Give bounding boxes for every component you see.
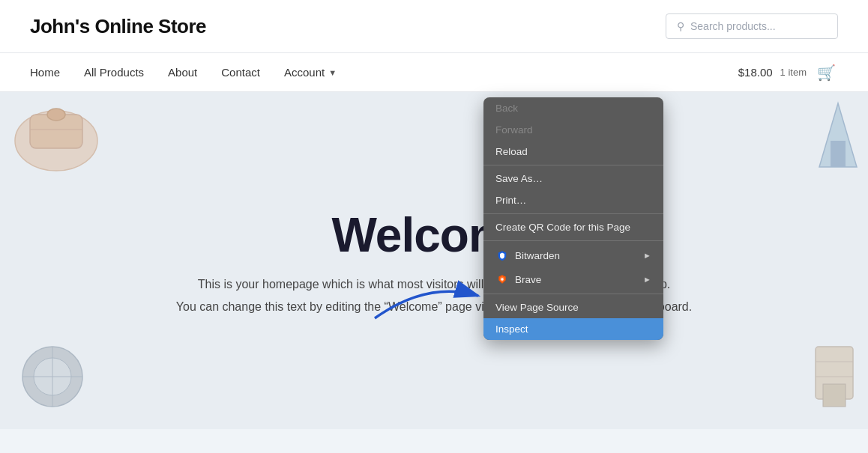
nav-item-home[interactable]: Home — [30, 54, 60, 91]
cart-count: 1 item — [780, 67, 807, 78]
qr-code-label: Create QR Code for this Page — [495, 222, 630, 233]
context-menu: Back Forward Reload Save As… Print… Crea… — [483, 97, 663, 340]
print-label: Print… — [495, 195, 526, 206]
svg-rect-13 — [823, 384, 846, 407]
context-menu-back[interactable]: Back — [483, 97, 663, 119]
cart-price: $18.00 — [738, 66, 773, 79]
save-as-label: Save As… — [495, 173, 543, 184]
nav: Home All Products About Contact Account … — [0, 53, 868, 92]
context-menu-brave[interactable]: Brave ► — [483, 267, 663, 291]
header: John's Online Store ⚲ Search products... — [0, 0, 868, 53]
nav-cart: $18.00 1 item 🛒 — [738, 62, 838, 83]
context-menu-qr-code[interactable]: Create QR Code for this Page — [483, 216, 663, 238]
svg-point-3 — [47, 109, 65, 121]
nav-item-about[interactable]: About — [168, 54, 197, 91]
bitwarden-label: Bitwarden — [515, 250, 560, 261]
back-label: Back — [495, 103, 518, 114]
svg-point-16 — [501, 278, 504, 281]
chevron-down-icon: ▼ — [328, 68, 337, 77]
decoration-top-right — [816, 100, 861, 174]
bitwarden-submenu-arrow: ► — [643, 251, 651, 260]
context-menu-save-as[interactable]: Save As… — [483, 168, 663, 189]
forward-label: Forward — [495, 124, 533, 136]
search-placeholder: Search products... — [690, 20, 776, 32]
inspect-label: Inspect — [495, 323, 528, 335]
decoration-bottom-right — [808, 339, 861, 422]
decoration-bottom-left — [15, 339, 112, 422]
site-title: John's Online Store — [30, 15, 206, 38]
cart-icon[interactable]: 🛒 — [814, 62, 838, 83]
view-source-label: View Page Source — [495, 302, 579, 313]
separator-2 — [483, 213, 663, 214]
context-menu-forward[interactable]: Forward — [483, 119, 663, 141]
separator-4 — [483, 294, 663, 294]
context-menu-print[interactable]: Print… — [483, 189, 663, 211]
main-content: Welcome This is your homepage which is w… — [0, 92, 868, 429]
context-menu-bitwarden[interactable]: Bitwarden ► — [483, 243, 663, 267]
context-menu-reload[interactable]: Reload — [483, 141, 663, 162]
separator-3 — [483, 240, 663, 241]
reload-label: Reload — [495, 146, 528, 157]
nav-item-contact[interactable]: Contact — [221, 54, 260, 91]
brave-submenu-arrow: ► — [643, 275, 651, 284]
search-box[interactable]: ⚲ Search products... — [666, 13, 838, 39]
svg-rect-5 — [831, 141, 846, 167]
account-label: Account — [284, 66, 325, 79]
context-menu-inspect[interactable]: Inspect — [483, 318, 663, 340]
bitwarden-icon — [495, 249, 509, 262]
brave-icon — [495, 273, 509, 286]
nav-item-all-products[interactable]: All Products — [84, 54, 144, 91]
search-icon: ⚲ — [677, 20, 684, 32]
nav-item-account[interactable]: Account ▼ — [284, 54, 337, 91]
decoration-top-left — [7, 100, 105, 174]
context-menu-view-source[interactable]: View Page Source — [483, 297, 663, 318]
brave-label: Brave — [515, 274, 541, 285]
separator-1 — [483, 165, 663, 165]
